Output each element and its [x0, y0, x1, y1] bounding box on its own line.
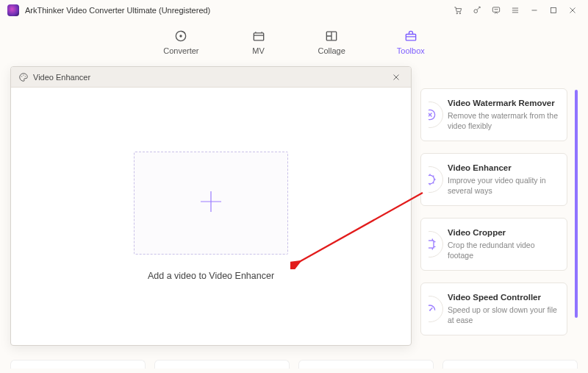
svg-point-16: [429, 310, 431, 311]
card-desc: Speed up or slow down your file at ease: [448, 305, 558, 325]
dialog-header: Video Enhancer: [11, 67, 411, 88]
svg-rect-10: [254, 33, 263, 40]
app-logo-icon: [7, 4, 19, 16]
collage-icon: [323, 29, 340, 43]
nav-collage-label: Collage: [318, 46, 345, 55]
card-title: Video Watermark Remover: [448, 99, 558, 107]
app-title: ArkThinker Video Converter Ultimate (Unr…: [25, 6, 210, 15]
nav-converter[interactable]: Converter: [163, 29, 198, 55]
svg-point-2: [474, 10, 478, 13]
video-enhancer-dialog: Video Enhancer Add a video to Video Enha…: [10, 66, 412, 346]
svg-rect-7: [551, 8, 556, 13]
enhancer-icon: [417, 166, 443, 193]
watermark-icon: [417, 102, 443, 128]
card-video-enhancer[interactable]: Video Enhancer Improve your video qualit…: [420, 153, 567, 206]
minimize-button[interactable]: [526, 2, 542, 18]
cropper-icon: [417, 231, 443, 257]
content-area: Video Watermark Remover Remove the water…: [0, 63, 588, 373]
dialog-body: Add a video to Video Enhancer: [11, 88, 411, 345]
card-title: Video Speed Controller: [448, 293, 558, 302]
card-desc: Crop the redundant video footage: [448, 240, 558, 260]
palette-icon: [18, 72, 29, 82]
svg-rect-15: [426, 241, 434, 248]
svg-point-6: [497, 10, 498, 10]
card-title: Video Cropper: [448, 228, 558, 237]
plus-icon: [196, 187, 226, 219]
vertical-scrollbar[interactable]: [575, 90, 578, 318]
card-title: Video Enhancer: [448, 163, 558, 172]
svg-point-18: [23, 74, 24, 75]
dialog-title: Video Enhancer: [33, 73, 389, 82]
svg-point-19: [25, 76, 26, 77]
add-video-dropzone[interactable]: [134, 152, 288, 255]
nav-collage[interactable]: Collage: [318, 29, 345, 55]
nav-toolbox[interactable]: Toolbox: [397, 29, 425, 55]
svg-point-17: [21, 76, 22, 77]
key-icon[interactable]: [469, 2, 485, 18]
svg-point-0: [456, 13, 458, 14]
card-desc: Improve your video quality in several wa…: [448, 175, 558, 196]
svg-point-4: [495, 10, 495, 10]
feedback-icon[interactable]: [488, 2, 504, 18]
speed-icon: [417, 296, 443, 322]
mv-icon: [251, 29, 267, 43]
converter-icon: [173, 29, 189, 43]
card-video-cropper[interactable]: Video Cropper Crop the redundant video f…: [420, 218, 567, 271]
card-desc: Remove the watermark from the video flex…: [448, 110, 558, 131]
cart-icon[interactable]: [450, 2, 466, 18]
svg-rect-12: [406, 35, 415, 40]
nav-mv-label: MV: [252, 46, 265, 55]
svg-point-1: [459, 13, 461, 14]
tool-cards: Video Watermark Remover Remove the water…: [420, 88, 567, 335]
menu-icon[interactable]: [507, 2, 523, 18]
nav-converter-label: Converter: [163, 46, 198, 55]
nav-mv[interactable]: MV: [251, 29, 267, 55]
titlebar: ArkThinker Video Converter Ultimate (Unr…: [0, 0, 588, 21]
maximize-button[interactable]: [545, 2, 562, 18]
bottom-bar: [10, 360, 578, 369]
card-watermark-remover[interactable]: Video Watermark Remover Remove the water…: [420, 88, 567, 141]
close-button[interactable]: [564, 2, 581, 18]
dialog-caption: Add a video to Video Enhancer: [148, 271, 274, 281]
svg-point-14: [426, 175, 434, 184]
toolbox-icon: [403, 29, 419, 43]
nav-toolbox-label: Toolbox: [397, 46, 425, 55]
card-video-speed[interactable]: Video Speed Controller Speed up or slow …: [420, 283, 567, 335]
svg-point-9: [180, 35, 182, 37]
dialog-close-button[interactable]: [389, 70, 404, 85]
svg-point-5: [496, 10, 497, 10]
main-nav: Converter MV Collage Toolbox: [0, 21, 588, 63]
